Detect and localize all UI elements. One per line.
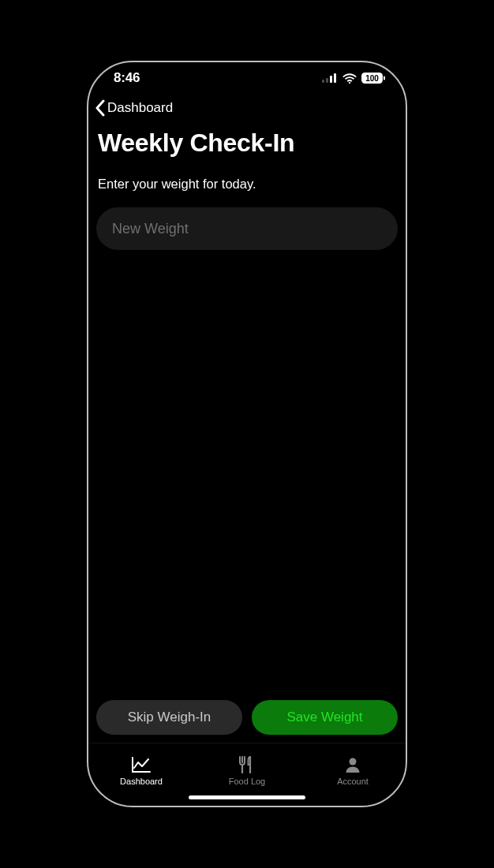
- tab-account-label: Account: [337, 777, 369, 786]
- svg-point-4: [349, 81, 350, 83]
- tab-foodlog-label: Food Log: [229, 777, 265, 786]
- chevron-left-icon: [95, 99, 106, 117]
- tab-dashboard-label: Dashboard: [120, 777, 163, 786]
- wifi-icon: [342, 73, 357, 84]
- chart-line-icon: [131, 756, 152, 773]
- page-title: Weekly Check-In: [88, 122, 406, 162]
- svg-point-7: [350, 758, 357, 765]
- page-subtitle: Enter your weight for today.: [88, 162, 406, 192]
- svg-rect-1: [326, 78, 328, 83]
- device-frame: 8:46: [87, 61, 407, 807]
- battery-text: 100: [365, 74, 379, 83]
- status-bar: 8:46: [88, 62, 406, 94]
- svg-rect-3: [334, 73, 336, 83]
- svg-rect-0: [322, 80, 324, 83]
- cellular-icon: [322, 73, 338, 83]
- back-button[interactable]: Dashboard: [90, 96, 178, 120]
- status-time: 8:46: [114, 70, 140, 86]
- weight-input-container: [88, 192, 406, 250]
- utensils-icon: [239, 756, 255, 773]
- status-indicators: 100: [322, 73, 385, 84]
- tab-food-log[interactable]: Food Log: [194, 743, 300, 793]
- save-weight-button[interactable]: Save Weight: [252, 700, 398, 735]
- weight-input[interactable]: [96, 207, 398, 250]
- person-icon: [344, 756, 361, 773]
- back-label: Dashboard: [107, 100, 173, 116]
- nav-bar: Dashboard: [88, 94, 406, 122]
- action-buttons: Skip Weigh-In Save Weight: [88, 700, 406, 743]
- home-indicator[interactable]: [189, 795, 305, 799]
- svg-rect-2: [330, 76, 332, 83]
- svg-rect-6: [384, 76, 385, 80]
- spacer: [88, 250, 406, 700]
- tab-dashboard[interactable]: Dashboard: [88, 743, 194, 793]
- battery-icon: 100: [361, 73, 385, 84]
- tab-account[interactable]: Account: [300, 743, 406, 793]
- skip-weigh-in-button[interactable]: Skip Weigh-In: [96, 700, 242, 735]
